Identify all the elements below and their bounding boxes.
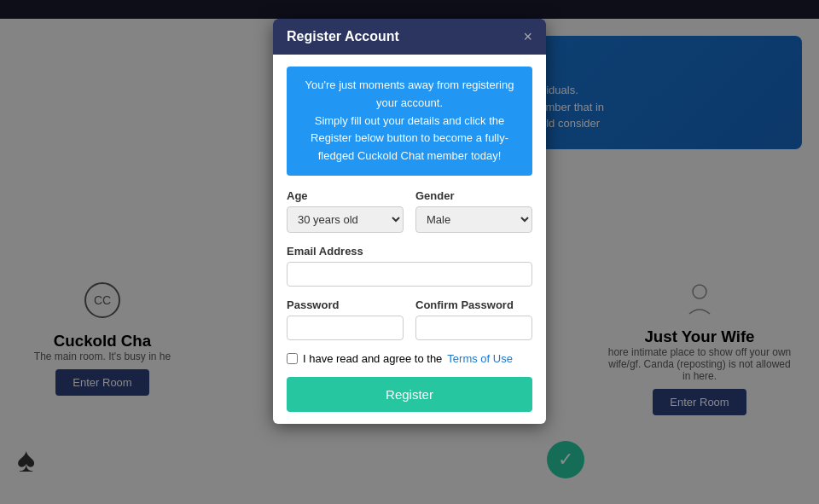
gender-group: Gender Male Female Other bbox=[415, 189, 532, 233]
modal-body: You're just moments away from registerin… bbox=[273, 55, 546, 424]
gender-select[interactable]: Male Female Other bbox=[415, 206, 532, 233]
info-box: You're just moments away from registerin… bbox=[287, 67, 532, 176]
password-row: Password Confirm Password bbox=[287, 298, 532, 340]
password-label: Password bbox=[287, 298, 404, 311]
confirm-password-group: Confirm Password bbox=[415, 298, 532, 340]
info-box-line1: You're just moments away from registerin… bbox=[305, 78, 514, 109]
terms-row: I have read and agree to the Terms of Us… bbox=[287, 352, 532, 365]
age-label: Age bbox=[287, 189, 404, 202]
age-select[interactable]: 18 years old 19 years old 20 years old 2… bbox=[287, 206, 404, 233]
info-box-line2: Simply fill out your details and click t… bbox=[311, 114, 508, 163]
password-group: Password bbox=[287, 298, 404, 340]
email-input[interactable] bbox=[287, 262, 532, 287]
confirm-password-label: Confirm Password bbox=[415, 298, 532, 311]
age-gender-row: Age 18 years old 19 years old 20 years o… bbox=[287, 189, 532, 233]
email-label: Email Address bbox=[287, 245, 532, 258]
confirm-password-input[interactable] bbox=[415, 316, 532, 340]
gender-label: Gender bbox=[415, 189, 532, 202]
email-group: Email Address bbox=[287, 245, 532, 287]
modal-title: Register Account bbox=[287, 29, 399, 44]
password-input[interactable] bbox=[287, 316, 404, 340]
register-modal: Register Account × You're just moments a… bbox=[273, 19, 546, 424]
modal-header: Register Account × bbox=[273, 19, 546, 55]
terms-text: I have read and agree to the bbox=[303, 352, 442, 365]
register-button[interactable]: Register bbox=[287, 377, 532, 412]
modal-close-button[interactable]: × bbox=[523, 29, 532, 44]
terms-checkbox[interactable] bbox=[287, 353, 298, 364]
terms-link[interactable]: Terms of Use bbox=[447, 352, 513, 365]
age-group: Age 18 years old 19 years old 20 years o… bbox=[287, 189, 404, 233]
